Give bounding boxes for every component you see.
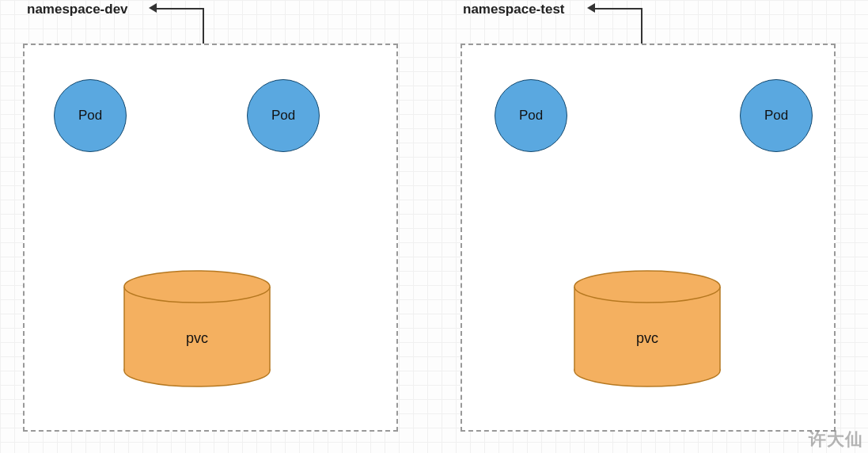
pod-label: Pod xyxy=(764,108,788,124)
pvc-test: pvc xyxy=(572,269,722,388)
arrow-test-hline xyxy=(595,8,642,10)
pod-label: Pod xyxy=(78,108,102,124)
pvc-label: pvc xyxy=(636,330,658,347)
pod-test-1: Pod xyxy=(495,79,567,152)
svg-point-4 xyxy=(124,271,270,303)
cylinder-icon xyxy=(122,269,272,388)
pvc-label: pvc xyxy=(186,330,208,347)
arrow-test-head xyxy=(587,3,595,13)
namespace-label-dev: namespace-dev xyxy=(27,2,128,17)
svg-point-9 xyxy=(574,271,720,303)
cylinder-icon xyxy=(572,269,722,388)
pod-dev-1: Pod xyxy=(54,79,127,152)
arrow-dev-head xyxy=(149,3,157,13)
pod-label: Pod xyxy=(519,108,543,124)
arrow-dev-hline xyxy=(157,8,204,10)
pvc-dev: pvc xyxy=(122,269,272,388)
pod-test-2: Pod xyxy=(740,79,813,152)
arrow-dev-vline xyxy=(203,8,204,44)
watermark: 许大仙 xyxy=(809,428,863,451)
namespace-label-test: namespace-test xyxy=(463,2,565,17)
pod-label: Pod xyxy=(271,108,295,124)
arrow-test-vline xyxy=(641,8,642,44)
pod-dev-2: Pod xyxy=(247,79,320,152)
